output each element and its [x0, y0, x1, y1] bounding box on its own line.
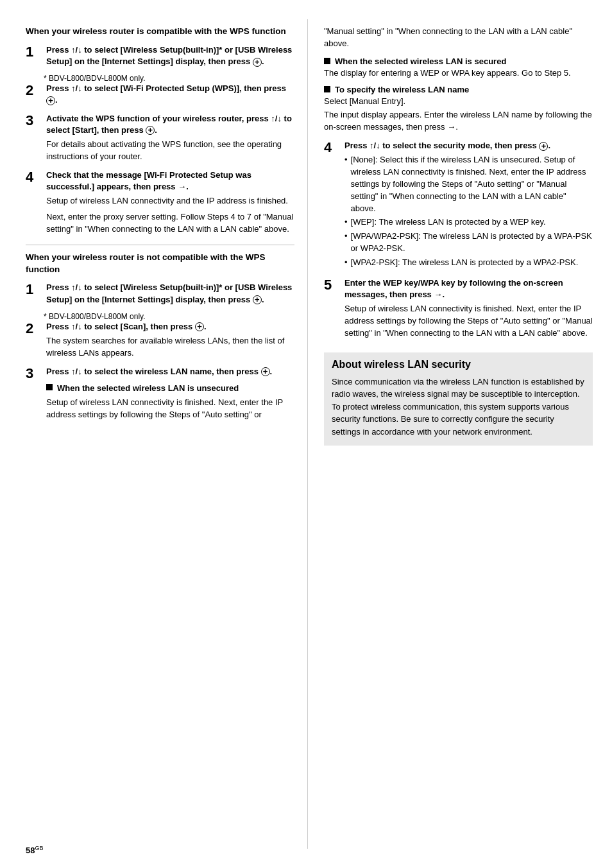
sub-section-secured: When the selected wireless LAN is secure…	[324, 56, 593, 80]
step-number: 4	[324, 140, 342, 155]
continued-text: "Manual setting" in "When connecting to …	[324, 26, 593, 50]
step-content: Press ↑/↓ to select the wireless LAN nam…	[46, 366, 294, 421]
bullet-item: [None]: Select this if the wireless LAN …	[344, 154, 593, 214]
step-title: Press ↑/↓ to select the security mode, t…	[344, 140, 593, 152]
about-body: Since communication via the wireless LAN…	[332, 376, 585, 438]
sub-section: When the selected wireless LAN is unsecu…	[46, 383, 294, 421]
step-number: 1	[26, 44, 44, 60]
step-title: Press ↑/↓ to select [Wi-Fi Protected Set…	[46, 83, 294, 106]
bullet-item: [WEP]: The wireless LAN is protected by …	[344, 216, 593, 229]
sub-section-specify: To specify the wireless LAN name Select …	[324, 85, 593, 134]
bullet-item: [WPA2-PSK]: The wireless LAN is protecte…	[344, 257, 593, 269]
sub-title: When the selected wireless LAN is unsecu…	[46, 383, 294, 395]
about-section: About wireless LAN security Since commun…	[324, 352, 593, 446]
black-square-icon	[46, 384, 53, 390]
sub-title-specify-text: To specify the wireless LAN name	[335, 85, 469, 94]
step-title: Press ↑/↓ to select the wireless LAN nam…	[46, 366, 294, 378]
black-square-icon	[324, 58, 330, 64]
step-title: Press ↑/↓ to select [Wireless Setup(buil…	[46, 282, 294, 305]
bullet-list: [None]: Select this if the wireless LAN …	[344, 154, 593, 269]
right-column: "Manual setting" in "When connecting to …	[308, 19, 612, 849]
step-content: Press ↑/↓ to select [Wireless Setup(buil…	[46, 44, 294, 67]
step-body2: Next, enter the proxy server setting. Fo…	[46, 211, 294, 236]
sub-title-text: When the selected wireless LAN is unsecu…	[57, 383, 239, 395]
step-body: Setup of wireless LAN connectivity is fi…	[344, 303, 593, 340]
step-block: 1 Press ↑/↓ to select [Wireless Setup(bu…	[26, 44, 294, 67]
step-title: Press ↑/↓ to select [Wireless Setup(buil…	[46, 44, 294, 67]
step-number: 2	[26, 83, 44, 98]
step-number: 4	[26, 169, 44, 185]
bullet-item: [WPA/WPA2-PSK]: The wireless LAN is prot…	[344, 230, 593, 255]
step-number: 1	[26, 282, 44, 297]
step-body: The system searches for available wirele…	[46, 335, 294, 360]
step-content: Press ↑/↓ to select [Wi-Fi Protected Set…	[46, 83, 294, 106]
about-title: About wireless LAN security	[332, 359, 585, 370]
step-block: 3 Activate the WPS function of your wire…	[26, 113, 294, 163]
step-content: Press ↑/↓ to select the security mode, t…	[344, 140, 593, 271]
sub-title-specify: To specify the wireless LAN name	[324, 85, 593, 94]
step-block: 5 Enter the WEP key/WPA key by following…	[324, 277, 593, 340]
section1-title: When your wireless router is compatible …	[26, 26, 294, 38]
step-number: 5	[324, 277, 342, 293]
step-title: Check that the message [Wi-Fi Protected …	[46, 169, 294, 193]
step-body: For details about activating the WPS fun…	[46, 139, 294, 163]
section2-title: When your wireless router is not compati…	[26, 252, 294, 276]
footnote2: * BDV-L800/BDV-L800M only.	[44, 312, 294, 321]
black-square-icon	[324, 86, 330, 92]
step-number: 3	[26, 113, 44, 128]
sub-title-secured: When the selected wireless LAN is secure…	[324, 56, 593, 66]
step-block: 1 Press ↑/↓ to select [Wireless Setup(bu…	[26, 282, 294, 305]
sub-body-secured: The display for entering a WEP or WPA ke…	[324, 67, 593, 80]
step-block: 3 Press ↑/↓ to select the wireless LAN n…	[26, 366, 294, 421]
step-body: Setup of wireless LAN connectivity and t…	[46, 195, 294, 207]
step-block: 4 Check that the message [Wi-Fi Protecte…	[26, 169, 294, 236]
step-content: Press ↑/↓ to select [Wireless Setup(buil…	[46, 282, 294, 305]
step-title: Activate the WPS function of your wirele…	[46, 113, 294, 136]
sub-title-secured-text: When the selected wireless LAN is secure…	[335, 56, 506, 66]
step-block: 2 Press ↑/↓ to select [Wi-Fi Protected S…	[26, 83, 294, 106]
page-number: 58GB	[26, 845, 43, 855]
step-number: 3	[26, 366, 44, 381]
step-content: Check that the message [Wi-Fi Protected …	[46, 169, 294, 236]
section-divider	[26, 245, 294, 245]
step-block: 4 Press ↑/↓ to select the security mode,…	[324, 140, 593, 271]
sub-body-specify2: The input display appears. Enter the wir…	[324, 109, 593, 134]
left-column: When your wireless router is compatible …	[0, 19, 308, 849]
sub-body-specify1: Select [Manual Entry].	[324, 96, 593, 108]
step-number: 2	[26, 321, 44, 336]
step-content: Enter the WEP key/WPA key by following t…	[344, 277, 593, 340]
step-content: Activate the WPS function of your wirele…	[46, 113, 294, 163]
step-title: Enter the WEP key/WPA key by following t…	[344, 277, 593, 300]
sub-body: Setup of wireless LAN connectivity is fi…	[46, 397, 294, 421]
step-content: Press ↑/↓ to select [Scan], then press +…	[46, 321, 294, 360]
step-title: Press ↑/↓ to select [Scan], then press +…	[46, 321, 294, 333]
step-block: 2 Press ↑/↓ to select [Scan], then press…	[26, 321, 294, 360]
footnote: * BDV-L800/BDV-L800M only.	[44, 74, 294, 83]
